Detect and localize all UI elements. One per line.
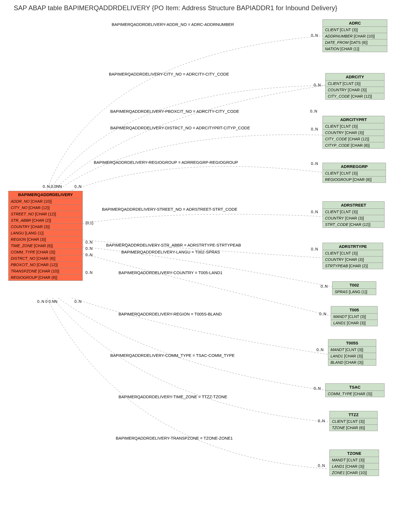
rel-label: BAPIMERQADDRDELIVERY-STR_ABBR = ADRSTRTY…	[106, 243, 241, 247]
cardinality: 0..N	[318, 463, 325, 468]
ref-table-header: TSAC	[326, 384, 384, 391]
ref-field-row: LAND1 [CHAR (3)]	[331, 320, 377, 326]
main-field-row: REGIOGROUP [CHAR (8)]	[9, 274, 82, 280]
rel-label: BAPIMERQADDRDELIVERY-COMM_TYPE = TSAC-CO…	[110, 353, 235, 358]
ref-table-t005s: T005SMANDT [CLNT (3)]LAND1 [CHAR (3)]BLA…	[328, 339, 376, 366]
ref-field-row: MANDT [CLNT (3)]	[330, 457, 379, 463]
main-field-row: CITY_NO [CHAR (12)]	[9, 205, 82, 211]
ref-table-adrcity: ADRCITYCLIENT [CLNT (3)]COUNTRY [CHAR (3…	[325, 73, 385, 100]
cardinality: 0..N	[314, 386, 321, 391]
ref-table-header: ADRSTRTYPE	[323, 243, 383, 250]
ref-field-row: CLIENT [CLNT (3)]	[323, 27, 387, 33]
main-field-row: REGION [CHAR (3)]	[9, 236, 82, 243]
ref-field-row: CITYP_CODE [CHAR (8)]	[323, 142, 384, 148]
ref-table-adrcityprt: ADRCITYPRTCLIENT [CLNT (3)]COUNTRY [CHAR…	[323, 116, 385, 149]
cardinality: 0..N	[311, 161, 318, 166]
main-field-row: ADDR_NO [CHAR (10)]	[9, 198, 82, 205]
rel-label: BAPIMERQADDRDELIVERY-PBOXCIT_NO = ADRCIT…	[110, 109, 239, 114]
cardinality: 0..N 0 0.NN	[37, 299, 57, 304]
cardinality: 0..N	[310, 109, 317, 113]
main-field-row: DISTRCT_NO [CHAR (8)]	[9, 255, 82, 262]
rel-label: BAPIMERQADDRDELIVERY-CITY_NO = ADRCITY-C…	[109, 72, 229, 76]
ref-table-adrreggrp: ADRREGGRPCLIENT [CLNT (3)]REGIOGROUP [CH…	[323, 163, 386, 183]
ref-table-header: TZONE	[330, 450, 379, 457]
rel-label: BAPIMERQADDRDELIVERY-TRANSPZONE = TZONE-…	[116, 436, 233, 440]
ref-table-header: ADRCITY	[326, 73, 384, 81]
cardinality: 0..N	[318, 419, 325, 423]
ref-field-row: CLIENT [CLNT (3)]	[323, 170, 386, 177]
rel-label: BAPIMERQADDRDELIVERY-COUNTRY = T005-LAND…	[119, 270, 222, 275]
cardinality: 0..N	[85, 253, 93, 257]
cardinality: 0..N	[314, 83, 321, 87]
main-field-row: TIME_ZONE [CHAR (6)]	[9, 243, 82, 249]
main-field-row: LANGU [LANG (1)]	[9, 230, 82, 236]
main-field-row: STREET_NO [CHAR (12)]	[9, 211, 82, 217]
ref-table-header: ADRSTREET	[323, 202, 384, 209]
ref-field-row: NATION [CHAR (1)]	[323, 46, 387, 52]
cardinality: 0..N	[85, 246, 93, 251]
ref-table-adrstrtype: ADRSTRTYPECLIENT [CLNT (3)]COUNTRY [CHAR…	[323, 243, 383, 269]
ref-field-row: ZONE1 [CHAR (10)]	[330, 470, 379, 476]
ref-field-row: LAND1 [CHAR (3)]	[328, 353, 376, 359]
ref-field-row: CLIENT [CLNT (3)]	[323, 123, 384, 130]
ref-field-row: BLAND [CHAR (3)]	[328, 359, 376, 365]
rel-label: BAPIMERQADDRDELIVERY-ADDR_NO = ADRC-ADDR…	[112, 22, 234, 27]
rel-label: BAPIMERQADDRDELIVERY-REGION = T005S-BLAN…	[119, 312, 222, 316]
ref-table-header: T005	[331, 306, 377, 314]
rel-label: BAPIMERQADDRDELIVERY-TIME_ZONE = TTZZ-TZ…	[119, 394, 227, 399]
cardinality: 0..N	[74, 299, 82, 304]
ref-field-row: COMM_TYPE [CHAR (3)]	[326, 391, 384, 397]
ref-table-header: ADRCITYPRT	[323, 116, 384, 123]
ref-field-row: MANDT [CLNT (3)]	[328, 347, 376, 353]
ref-field-row: STRTYPEAB [CHAR (2)]	[323, 263, 383, 269]
ref-table-header: T002	[332, 282, 376, 289]
ref-field-row: CLIENT [CLNT (3)]	[323, 209, 384, 215]
main-field-row: COMM_TYPE [CHAR (3)]	[9, 249, 82, 255]
cardinality: 0..N	[311, 33, 318, 38]
ref-field-row: CITY_CODE [CHAR (12)]	[326, 93, 384, 99]
cardinality: 0..N,0,0NN	[43, 184, 62, 189]
cardinality: 0..N	[321, 284, 328, 288]
ref-field-row: STRT_CODE [CHAR (12)]	[323, 221, 384, 228]
cardinality: 0..N	[85, 270, 93, 275]
cardinality: 0..N	[316, 347, 324, 352]
rel-label: BAPIMERQADDRDELIVERY-REGIOGROUP = ADRREG…	[94, 160, 238, 165]
main-table: BAPIMERQADDRDELIVERY ADDR_NO [CHAR (10)]…	[8, 191, 83, 281]
ref-field-row: ADDRNUMBER [CHAR (10)]	[323, 33, 387, 39]
ref-table-header: T005S	[328, 339, 376, 347]
main-table-header: BAPIMERQADDRDELIVERY	[9, 191, 82, 198]
page-title: SAP ABAP table BAPIMERQADDRDELIVERY {PO …	[14, 4, 337, 12]
ref-field-row: LAND1 [CHAR (3)]	[330, 463, 379, 470]
diagram-canvas: SAP ABAP table BAPIMERQADDRDELIVERY {PO …	[0, 0, 419, 532]
ref-table-adrstreet: ADRSTREETCLIENT [CLNT (3)]COUNTRY [CHAR …	[323, 201, 385, 228]
ref-field-row: SPRAS [LANG (1)]	[332, 289, 376, 295]
cardinality: 0..N	[311, 210, 318, 214]
ref-field-row: COUNTRY [CHAR (3)]	[326, 87, 384, 93]
ref-table-adrc: ADRCCLIENT [CLNT (3)]ADDRNUMBER [CHAR (1…	[323, 19, 387, 52]
ref-table-header: ADRC	[323, 20, 387, 27]
cardinality: 0..N	[74, 184, 82, 189]
rel-label: BAPIMERQADDRDELIVERY-DISTRCT_NO = ADRCIT…	[110, 125, 250, 130]
cardinality: 0..N	[85, 240, 93, 244]
ref-table-header: TTZZ	[330, 411, 377, 418]
ref-field-row: CITY_CODE [CHAR (12)]	[323, 136, 384, 142]
ref-field-row: TZONE [CHAR (6)]	[330, 425, 377, 431]
ref-field-row: REGIOGROUP [CHAR (8)]	[323, 177, 386, 183]
ref-table-t005: T005MANDT [CLNT (3)]LAND1 [CHAR (3)]	[331, 306, 378, 326]
rel-label: BAPIMERQADDRDELIVERY-STREET_NO = ADRSTRE…	[102, 207, 237, 212]
cardinality: 0..N	[319, 312, 326, 316]
main-field-row: STR_ABBR [CHAR (2)]	[9, 217, 82, 224]
ref-table-ttzz: TTZZCLIENT [CLNT (3)]TZONE [CHAR (6)]	[329, 411, 378, 431]
ref-field-row: COUNTRY [CHAR (3)]	[323, 215, 384, 221]
rel-label: BAPIMERQADDRDELIVERY-LANGU = T002-SPRAS	[121, 250, 220, 254]
ref-field-row: COUNTRY [CHAR (3)]	[323, 256, 383, 263]
ref-field-row: CLIENT [CLNT (3)]	[326, 81, 384, 87]
main-field-row: COUNTRY [CHAR (3)]	[9, 224, 82, 230]
cardinality: 0..N	[311, 127, 318, 131]
ref-field-row: DATE_FROM [DATS (8)]	[323, 39, 387, 46]
cardinality: {0,1}	[85, 221, 93, 225]
ref-field-row: CLIENT [CLNT (3)]	[323, 250, 383, 256]
ref-table-tsac: TSACCOMM_TYPE [CHAR (3)]	[325, 383, 385, 397]
ref-table-header: ADRREGGRP	[323, 163, 386, 170]
ref-table-t002: T002SPRAS [LANG (1)]	[332, 281, 376, 295]
